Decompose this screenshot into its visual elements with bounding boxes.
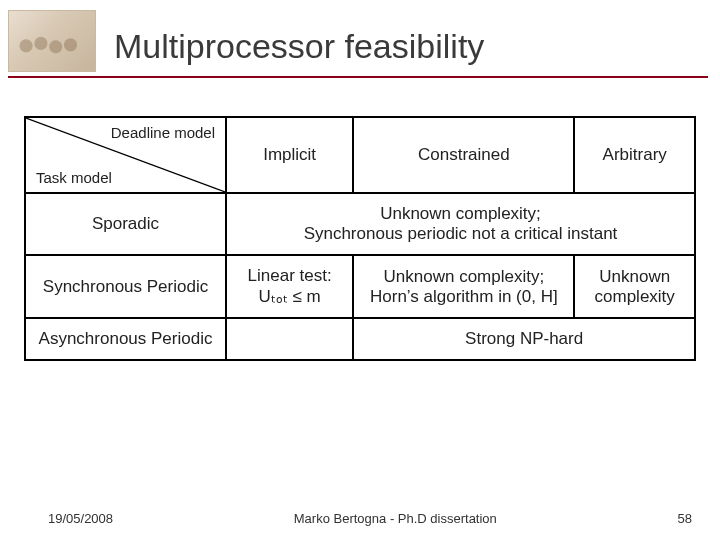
footer: 19/05/2008 Marko Bertogna - Ph.D dissert… — [0, 511, 720, 526]
cell-sync-constrained: Unknown complexity; Horn’s algorithm in … — [353, 255, 574, 318]
row-label-sporadic: Sporadic — [25, 193, 226, 255]
feasibility-table: Deadline model Task model Implicit Const… — [24, 116, 696, 361]
task-model-label: Task model — [36, 169, 112, 186]
text: Linear test: — [233, 266, 346, 286]
row-label-sync: Synchronous Periodic — [25, 255, 226, 318]
slide-title: Multiprocessor feasibility — [114, 27, 484, 72]
logo-image — [8, 10, 96, 72]
footer-page: 58 — [678, 511, 692, 526]
footer-center: Marko Bertogna - Ph.D dissertation — [294, 511, 497, 526]
cell-sync-implicit: Linear test: Uₜₒₜ ≤ m — [226, 255, 353, 318]
table-row: Deadline model Task model Implicit Const… — [25, 117, 695, 193]
text: Horn’s algorithm in (0, H] — [360, 287, 567, 307]
text: Uₜₒₜ ≤ m — [233, 286, 346, 307]
col-header-constrained: Constrained — [353, 117, 574, 193]
deadline-model-label: Deadline model — [111, 124, 215, 141]
table-row: Synchronous Periodic Linear test: Uₜₒₜ ≤… — [25, 255, 695, 318]
table-row: Sporadic Unknown complexity; Synchronous… — [25, 193, 695, 255]
row-label-async: Asynchronous Periodic — [25, 318, 226, 360]
cell-async-merged: Strong NP-hard — [353, 318, 695, 360]
text: Unknown complexity; — [360, 267, 567, 287]
col-header-implicit: Implicit — [226, 117, 353, 193]
col-header-arbitrary: Arbitrary — [574, 117, 695, 193]
corner-cell: Deadline model Task model — [25, 117, 226, 193]
text: Unknown — [581, 267, 688, 287]
table-row: Asynchronous Periodic Strong NP-hard — [25, 318, 695, 360]
text: complexity — [581, 287, 688, 307]
cell-sporadic-merged: Unknown complexity; Synchronous periodic… — [226, 193, 695, 255]
cell-async-implicit — [226, 318, 353, 360]
cell-sync-arbitrary: Unknown complexity — [574, 255, 695, 318]
footer-date: 19/05/2008 — [48, 511, 113, 526]
